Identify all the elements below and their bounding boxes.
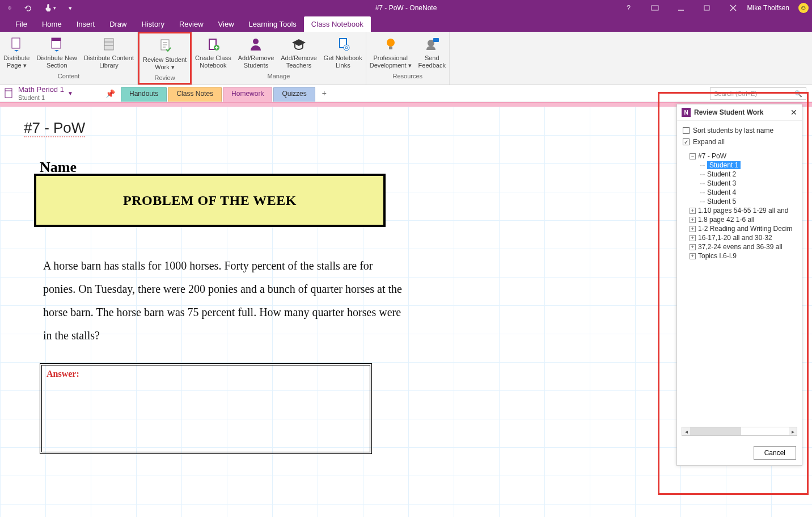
pow-heading: PROBLEM OF THE WEEK bbox=[123, 193, 297, 208]
notebook-subtitle: Student 1 bbox=[18, 94, 64, 101]
ribbon-send-feedback[interactable]: SendFeedback bbox=[415, 33, 449, 72]
menu-insert[interactable]: Insert bbox=[69, 16, 103, 32]
notebook-plus-icon bbox=[204, 35, 222, 53]
person-icon bbox=[247, 35, 265, 53]
expand-icon[interactable]: + bbox=[690, 235, 696, 241]
tree-student[interactable]: ·····Student 5 bbox=[682, 197, 797, 206]
ribbon-distribute-new-section[interactable]: Distribute NewSection bbox=[33, 33, 81, 72]
ribbon-group-review: Review StudentWork ▾Review bbox=[138, 32, 192, 85]
help-icon[interactable]: ? bbox=[617, 0, 641, 16]
problem-text[interactable]: A horse barn has stalls for 1000 horses.… bbox=[43, 254, 406, 347]
smiley-icon[interactable]: ☺ bbox=[798, 3, 809, 13]
ribbon-add-remove-students[interactable]: Add/RemoveStudents bbox=[235, 33, 278, 72]
svg-point-20 bbox=[387, 39, 395, 47]
minimize-icon[interactable] bbox=[669, 0, 693, 16]
menu-learning-tools[interactable]: Learning Tools bbox=[242, 16, 304, 32]
svg-rect-9 bbox=[104, 39, 113, 50]
bulb-icon bbox=[382, 35, 400, 53]
menubar: FileHomeInsertDrawHistoryReviewViewLearn… bbox=[0, 16, 812, 32]
menu-class-notebook[interactable]: Class Notebook bbox=[304, 16, 371, 32]
svg-rect-24 bbox=[5, 89, 12, 98]
ribbon-group-label: Manage bbox=[268, 72, 290, 81]
tree-student[interactable]: ·····Student 3 bbox=[682, 179, 797, 188]
sort-by-last-name-checkbox[interactable]: Sort students by last name bbox=[682, 127, 797, 134]
menu-view[interactable]: View bbox=[211, 16, 242, 32]
menu-home[interactable]: Home bbox=[35, 16, 69, 32]
maximize-icon[interactable] bbox=[695, 0, 719, 16]
section-tab-handouts[interactable]: Handouts bbox=[121, 87, 167, 102]
expand-icon[interactable]: + bbox=[690, 217, 696, 223]
notebook-icon bbox=[3, 87, 15, 99]
undo-icon[interactable] bbox=[20, 0, 35, 16]
ribbon-group-manage: Create ClassNotebookAdd/RemoveStudentsAd… bbox=[192, 32, 366, 85]
qat-customize-icon[interactable]: ▾ bbox=[65, 0, 75, 16]
tree-page[interactable]: +37,2-24 evens and 36-39 all bbox=[682, 242, 797, 251]
expand-icon[interactable]: + bbox=[690, 226, 696, 232]
links-icon bbox=[334, 35, 352, 53]
page-title[interactable]: #7 - PoW bbox=[24, 119, 85, 137]
tree-page[interactable]: +16-17,1-20 all and 30-32 bbox=[682, 233, 797, 242]
window-title: #7 - PoW - OneNote bbox=[375, 4, 437, 12]
collapse-icon[interactable]: − bbox=[690, 153, 696, 159]
menu-history[interactable]: History bbox=[134, 16, 172, 32]
tree-student[interactable]: ·····Student 2 bbox=[682, 170, 797, 179]
answer-label: Answer: bbox=[46, 369, 79, 379]
problem-of-week-box: PROBLEM OF THE WEEK bbox=[34, 174, 386, 227]
checkbox-checked-icon: ✓ bbox=[683, 138, 690, 145]
section-tab-quizzes[interactable]: Quizzes bbox=[273, 87, 315, 102]
user-name[interactable]: Mike Tholfsen bbox=[747, 4, 789, 12]
ribbon-get-notebook-links[interactable]: Get NotebookLinks bbox=[320, 33, 366, 72]
expand-icon[interactable]: + bbox=[690, 244, 696, 250]
panel-close-icon[interactable]: ✕ bbox=[790, 108, 797, 117]
tree-page[interactable]: +1.10 pages 54-55 1-29 all and bbox=[682, 206, 797, 215]
svg-rect-6 bbox=[12, 38, 20, 48]
menu-review[interactable]: Review bbox=[172, 16, 211, 32]
svg-point-0 bbox=[9, 7, 11, 10]
notebook-selector[interactable]: Math Period 1 Student 1 ▼ bbox=[0, 86, 102, 100]
cancel-button[interactable]: Cancel bbox=[754, 446, 796, 460]
ribbon-display-icon[interactable] bbox=[643, 0, 667, 16]
menu-draw[interactable]: Draw bbox=[102, 16, 134, 32]
svg-rect-23 bbox=[433, 38, 439, 42]
student-tree: −#7 - PoW·····Student 1·····Student 2···… bbox=[682, 152, 797, 423]
tree-page[interactable]: +Topics I.6-I.9 bbox=[682, 251, 797, 260]
doc-check-icon bbox=[156, 37, 174, 55]
ribbon-distribute-content-library[interactable]: Distribute ContentLibrary bbox=[81, 33, 137, 72]
tree-student[interactable]: ·····Student 4 bbox=[682, 188, 797, 197]
scroll-right-icon[interactable]: ▸ bbox=[789, 427, 797, 435]
tree-page[interactable]: +1-2 Reading and Writing Decim bbox=[682, 224, 797, 233]
tree-page[interactable]: +1.8 page 42 1-6 all bbox=[682, 215, 797, 224]
ribbon-group-label: Resources bbox=[393, 72, 423, 81]
section-tab-homework[interactable]: Homework bbox=[223, 87, 272, 102]
tree-student[interactable]: ·····Student 1 bbox=[682, 161, 797, 170]
close-icon[interactable] bbox=[721, 0, 745, 16]
svg-rect-3 bbox=[704, 6, 709, 10]
menu-file[interactable]: File bbox=[8, 16, 35, 32]
ribbon-review-student-work[interactable]: Review StudentWork ▾ bbox=[139, 35, 190, 73]
back-icon[interactable] bbox=[5, 0, 15, 16]
tree-root[interactable]: −#7 - PoW bbox=[682, 152, 797, 161]
ribbon-group-resources: ProfessionalDevelopment ▾SendFeedbackRes… bbox=[366, 32, 450, 85]
notebook-title: Math Period 1 bbox=[18, 86, 64, 94]
checkbox-unchecked-icon bbox=[683, 127, 690, 134]
ribbon-group-content: DistributePage ▾Distribute NewSectionDis… bbox=[0, 32, 138, 85]
section-arrow-icon bbox=[48, 35, 66, 53]
page-arrow-icon bbox=[7, 35, 26, 53]
expand-icon[interactable]: + bbox=[690, 208, 696, 214]
add-section-button[interactable]: + bbox=[316, 87, 332, 102]
scroll-thumb[interactable] bbox=[690, 427, 741, 435]
expand-icon[interactable]: + bbox=[690, 253, 696, 259]
ribbon-add-remove-teachers[interactable]: Add/RemoveTeachers bbox=[277, 33, 320, 72]
section-tab-class-notes[interactable]: Class Notes bbox=[168, 87, 222, 102]
answer-box[interactable]: Answer: bbox=[40, 363, 372, 454]
touch-mode-icon[interactable]: ▾ bbox=[41, 0, 60, 16]
ribbon-distribute-page[interactable]: DistributePage ▾ bbox=[0, 33, 33, 72]
panel-scrollbar[interactable]: ◂ ▸ bbox=[682, 427, 797, 436]
grad-cap-icon bbox=[290, 35, 308, 53]
panel-title: Review Student Work bbox=[694, 108, 787, 116]
pin-icon[interactable]: 📌 bbox=[105, 89, 115, 98]
ribbon-professional-development[interactable]: ProfessionalDevelopment ▾ bbox=[366, 33, 415, 72]
ribbon-create-class-notebook[interactable]: Create ClassNotebook bbox=[192, 33, 235, 72]
scroll-left-icon[interactable]: ◂ bbox=[682, 427, 690, 435]
expand-all-checkbox[interactable]: ✓ Expand all bbox=[682, 138, 797, 146]
